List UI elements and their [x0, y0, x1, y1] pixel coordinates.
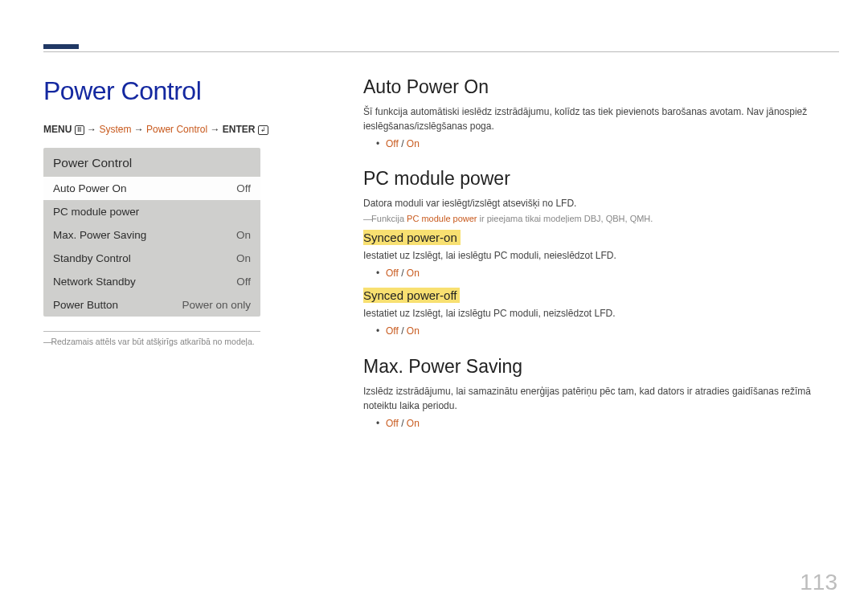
section-max-power-saving: Max. Power Saving Izslēdz izstrādājumu, …: [363, 356, 839, 431]
osd-row[interactable]: Network StandbyOff: [43, 270, 260, 293]
osd-row-label: PC module power: [53, 206, 139, 218]
heading-pc-module-power: PC module power: [363, 168, 839, 190]
osd-row-value: Off: [236, 276, 251, 288]
osd-row[interactable]: Auto Power OnOff: [43, 177, 260, 200]
osd-row-label: Standby Control: [53, 252, 131, 264]
enter-icon: ↲: [258, 125, 268, 135]
opts-synced-power-on: Off / On: [363, 266, 839, 281]
osd-row-value: On: [236, 252, 251, 264]
osd-row-label: Max. Power Saving: [53, 229, 146, 241]
section-pc-module-power: PC module power Datora moduli var ieslēg…: [363, 168, 839, 339]
osd-title: Power Control: [43, 148, 260, 177]
text-max-power-saving: Izslēdz izstrādājumu, lai samazinātu ene…: [363, 384, 839, 413]
footnote: Redzamais attēls var būt atšķirīgs atkar…: [43, 337, 333, 346]
menu-icon: Ⅲ: [75, 125, 84, 135]
osd-row[interactable]: Power ButtonPower on only: [43, 293, 260, 317]
menu-label: MENU: [43, 124, 72, 135]
text-auto-power-on: Šī funkcija automātiski ieslēdz izstrādā…: [363, 104, 839, 133]
page-number: 113: [800, 570, 837, 595]
heading-synced-power-on: Synced power-on: [363, 230, 461, 245]
osd-row-value: Power on only: [182, 299, 251, 311]
text-synced-power-off: Iestatiet uz Izslēgt, lai izslēgtu PC mo…: [363, 306, 839, 321]
header-marker: [43, 44, 79, 49]
header-rule: [43, 51, 839, 52]
opts-auto-power-on: Off / On: [363, 137, 839, 152]
osd-row[interactable]: PC module power: [43, 200, 260, 223]
page-title: Power Control: [43, 76, 333, 106]
osd-panel: Power Control Auto Power OnOffPC module …: [43, 148, 260, 317]
separator: [43, 331, 260, 332]
text-synced-power-on: Iestatiet uz Izslēgt, lai ieslēgtu PC mo…: [363, 248, 839, 263]
heading-synced-power-off: Synced power-off: [363, 288, 460, 303]
osd-row[interactable]: Standby ControlOn: [43, 247, 260, 270]
enter-label: ENTER: [223, 124, 256, 135]
path-power-control: Power Control: [146, 124, 207, 135]
note-pc-module-power: Funkcija PC module power ir pieejama tik…: [363, 214, 839, 223]
opts-synced-power-off: Off / On: [363, 324, 839, 339]
text-pc-module-power: Datora moduli var ieslēgt/izslēgt atsevi…: [363, 196, 839, 210]
heading-max-power-saving: Max. Power Saving: [363, 356, 839, 378]
menu-path: MENU Ⅲ → System → Power Control → ENTER …: [43, 124, 333, 135]
osd-row-label: Auto Power On: [53, 182, 127, 194]
section-auto-power-on: Auto Power On Šī funkcija automātiski ie…: [363, 76, 839, 152]
osd-row-value: Off: [236, 182, 251, 194]
path-system: System: [99, 124, 131, 135]
osd-row-label: Network Standby: [53, 276, 136, 288]
heading-auto-power-on: Auto Power On: [363, 76, 839, 98]
osd-row-label: Power Button: [53, 299, 118, 311]
opts-max-power-saving: Off / On: [363, 416, 839, 431]
osd-row[interactable]: Max. Power SavingOn: [43, 223, 260, 247]
osd-row-value: On: [236, 229, 251, 241]
